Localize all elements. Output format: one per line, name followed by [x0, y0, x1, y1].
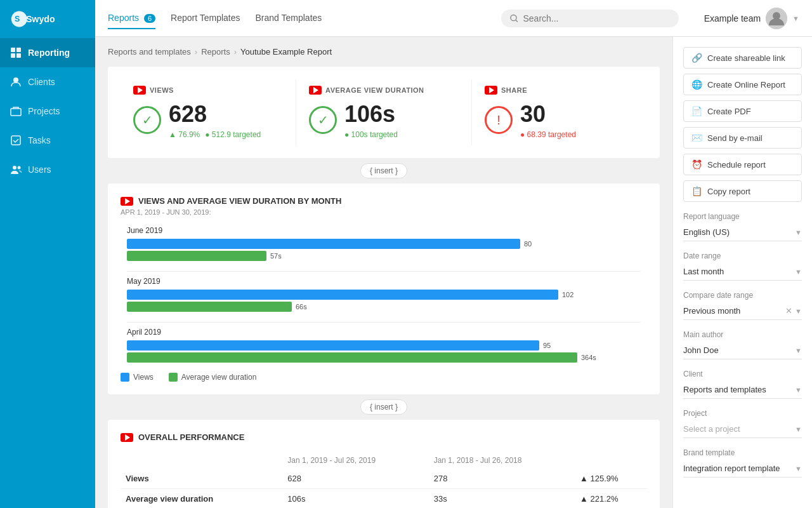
- report-language-select[interactable]: English (US) ▼: [683, 224, 802, 241]
- metric-views-value: 628: [169, 101, 261, 128]
- metric-duration-title: AVERAGE VIEW DURATION: [325, 86, 424, 94]
- breadcrumb-sep-2: ›: [234, 47, 237, 57]
- svg-rect-6: [16, 53, 21, 58]
- bar-row-june-green: 57s: [127, 251, 641, 261]
- insert-btn-2: { insert }: [108, 399, 660, 415]
- main-author-label: Main author: [683, 330, 802, 339]
- sidebar-item-tasks[interactable]: Tasks: [0, 126, 95, 155]
- create-online-report-button[interactable]: 🌐Create Online Report: [683, 74, 802, 95]
- brand-template-label: Brand template: [683, 448, 802, 457]
- client-value: Reports and templates: [683, 385, 766, 394]
- bar-row-april-green: 364s: [127, 352, 641, 363]
- bar-group-june: June 2019 80 57s: [127, 226, 641, 261]
- date-range-value: Last month: [683, 267, 724, 276]
- date-range-select[interactable]: Last month ▼: [683, 263, 802, 281]
- right-panel: 🔗Create shareable link🌐Create Online Rep…: [672, 37, 812, 508]
- brand-template-section: Brand template Integration report templa…: [683, 448, 802, 478]
- main-author-select[interactable]: John Doe ▼: [683, 342, 802, 359]
- legend-label-duration: Average view duration: [181, 373, 257, 382]
- metric-views-target: ● 512.9 targeted: [205, 130, 261, 139]
- bar-may-views-val: 102: [562, 291, 573, 298]
- date-range-label: Date range: [683, 251, 802, 260]
- client-label: Client: [683, 370, 802, 378]
- metrics-row: VIEWS ✓ 628 ▲ 76.9% ● 512.9 targeted: [121, 79, 647, 145]
- logo[interactable]: S Swydo: [0, 0, 95, 38]
- breadcrumb-item-2[interactable]: Reports: [201, 47, 230, 57]
- brand-template-value: Integration report template: [683, 464, 780, 473]
- svg-point-11: [18, 166, 21, 170]
- user-name: Example team: [704, 13, 761, 23]
- metric-views-title: VIEWS: [150, 86, 174, 94]
- report-language-value: English (US): [683, 227, 730, 237]
- report-language-label: Report language: [683, 212, 802, 221]
- create-pdf-icon: 📄: [691, 106, 702, 116]
- create-pdf-button[interactable]: 📄Create PDF: [683, 100, 802, 122]
- chart-section: VIEWS AND AVERAGE VIEW DURATION BY MONTH…: [108, 184, 660, 394]
- bar-label-june: June 2019: [127, 226, 641, 235]
- brand-template-select[interactable]: Integration report template ▼: [683, 460, 802, 478]
- svg-rect-8: [11, 109, 21, 116]
- metric-share-target: ● 68.39 targeted: [520, 130, 576, 139]
- bar-may-duration-val: 66s: [296, 303, 307, 311]
- client-select[interactable]: Reports and templates ▼: [683, 381, 802, 399]
- chart-title: VIEWS AND AVERAGE VIEW DURATION BY MONTH: [138, 196, 341, 206]
- sidebar-item-reporting[interactable]: Reporting: [0, 38, 95, 67]
- bar-row-may-green: 66s: [127, 302, 641, 312]
- bar-row-may-blue: 102: [127, 290, 641, 300]
- metric-duration-target: ● 100s targeted: [344, 130, 398, 139]
- user-area[interactable]: Example team ▼: [704, 8, 799, 29]
- youtube-icon-perf: [121, 433, 133, 442]
- bar-group-april: April 2019 95 364s: [127, 328, 641, 363]
- copy-report-button[interactable]: 📋Copy report: [683, 180, 802, 202]
- send-email-button[interactable]: ✉️Send by e-mail: [683, 127, 802, 149]
- sidebar-item-label: Reporting: [28, 48, 70, 58]
- tab-report-templates[interactable]: Report Templates: [171, 8, 240, 29]
- project-select[interactable]: Select a project ▼: [683, 420, 802, 438]
- insert-button-2[interactable]: { insert }: [360, 399, 407, 415]
- chevron-down-icon: ▼: [795, 386, 802, 394]
- insert-button-1[interactable]: { insert }: [360, 163, 407, 178]
- report-language-section: Report language English (US) ▼: [683, 212, 802, 241]
- search-input[interactable]: [523, 13, 669, 23]
- create-shareable-link-button[interactable]: 🔗Create shareable link: [683, 47, 802, 69]
- svg-rect-5: [11, 53, 15, 58]
- sidebar: S Swydo Reporting Clients Projects: [0, 0, 95, 508]
- legend-dot-views: [121, 373, 129, 382]
- search-bar[interactable]: [501, 10, 679, 27]
- youtube-icon-duration: [309, 86, 322, 95]
- chevron-down-icon: ▼: [795, 229, 802, 236]
- bar-april-duration-val: 364s: [581, 354, 596, 361]
- metric-avg-duration: AVERAGE VIEW DURATION ✓ 106s ● 100s targ…: [296, 79, 471, 145]
- compare-date-range-section: Compare date range Previous month ✕ ▼: [683, 291, 802, 320]
- performance-table: Jan 1, 2019 - Jul 26, 2019 Jan 1, 2018 -…: [121, 452, 647, 508]
- chevron-down-icon: ▼: [795, 268, 802, 276]
- chevron-down-icon: ▼: [792, 15, 799, 22]
- sidebar-item-projects[interactable]: Projects: [0, 97, 95, 126]
- breadcrumb: Reports and templates › Reports › Youtub…: [108, 47, 660, 57]
- main-area: Reports 6 Report Templates Brand Templat…: [95, 0, 812, 508]
- tab-brand-templates[interactable]: Brand Templates: [256, 8, 322, 29]
- metric-views: VIEWS ✓ 628 ▲ 76.9% ● 512.9 targeted: [121, 79, 296, 145]
- svg-point-12: [511, 15, 516, 20]
- project-value: Select a project: [683, 424, 740, 434]
- bar-group-may: May 2019 102 66s: [127, 277, 641, 312]
- schedule-report-button[interactable]: ⏰Schedule report: [683, 154, 802, 175]
- sidebar-item-users[interactable]: Users: [0, 155, 95, 184]
- breadcrumb-item-1[interactable]: Reports and templates: [108, 47, 191, 57]
- svg-line-13: [516, 20, 518, 22]
- col-period1: Jan 1, 2019 - Jul 26, 2019: [282, 452, 428, 469]
- sidebar-item-label: Clients: [28, 77, 55, 87]
- compare-x-button[interactable]: ✕: [785, 306, 792, 316]
- legend-views: Views: [121, 373, 154, 382]
- col-metric: [121, 452, 282, 469]
- sidebar-item-label: Users: [28, 164, 51, 175]
- bar-may-views: [127, 290, 558, 300]
- table-header-row: Jan 1, 2019 - Jul 26, 2019 Jan 1, 2018 -…: [121, 452, 647, 469]
- sidebar-item-clients[interactable]: Clients: [0, 67, 95, 97]
- metrics-card: VIEWS ✓ 628 ▲ 76.9% ● 512.9 targeted: [108, 67, 660, 158]
- tab-reports[interactable]: Reports 6: [108, 8, 155, 29]
- perf-val2: 33s: [429, 489, 575, 509]
- create-online-report-icon: 🌐: [691, 79, 702, 90]
- metric-duration-check: ✓: [309, 106, 337, 134]
- content-area: Reports and templates › Reports › Youtub…: [95, 37, 812, 508]
